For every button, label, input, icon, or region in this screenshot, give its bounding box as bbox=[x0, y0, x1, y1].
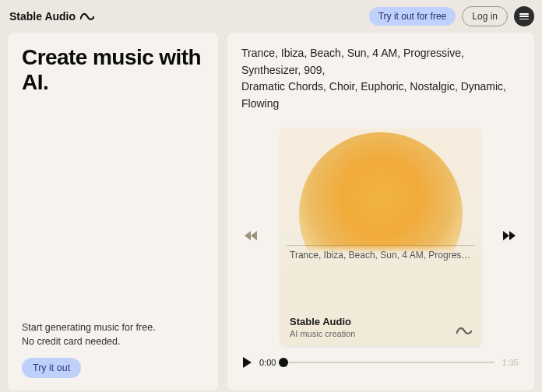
hero-sub-1: Start generating music for free. bbox=[22, 320, 204, 334]
brand[interactable]: Stable Audio bbox=[9, 10, 94, 23]
progress-handle[interactable] bbox=[279, 358, 288, 367]
hero-panel: Create music with AI. Start generating m… bbox=[8, 33, 218, 390]
album-title: Stable Audio bbox=[290, 316, 355, 327]
prompt-tags: Trance, Ibiza, Beach, Sun, 4 AM, Progres… bbox=[241, 45, 520, 113]
play-button[interactable] bbox=[243, 357, 252, 368]
wave-icon bbox=[80, 12, 94, 21]
rewind-icon bbox=[245, 229, 259, 244]
try-it-out-button[interactable]: Try it out bbox=[22, 358, 81, 378]
menu-button[interactable] bbox=[514, 6, 534, 26]
headline: Create music with AI. bbox=[22, 45, 204, 95]
wave-icon bbox=[456, 324, 472, 338]
horizon-line bbox=[287, 245, 475, 247]
fast-forward-icon bbox=[503, 229, 517, 244]
play-icon bbox=[243, 357, 252, 368]
try-free-button[interactable]: Try it out for free bbox=[369, 7, 456, 26]
player-panel: Trance, Ibiza, Beach, Sun, 4 AM, Progres… bbox=[227, 33, 534, 390]
hero-sub-2: No credit card needed. bbox=[22, 334, 204, 348]
hamburger-icon bbox=[519, 13, 529, 19]
time-current: 0:00 bbox=[259, 358, 276, 367]
album-caption: Trance, Ibiza, Beach, Sun, 4 AM, Progres… bbox=[290, 250, 472, 261]
brand-name: Stable Audio bbox=[9, 10, 76, 23]
progress-bar[interactable] bbox=[283, 362, 494, 363]
previous-track-button[interactable] bbox=[241, 226, 262, 248]
album-art[interactable]: Trance, Ibiza, Beach, Sun, 4 AM, Progres… bbox=[280, 128, 481, 346]
login-button[interactable]: Log in bbox=[462, 6, 508, 26]
album-subtitle: AI music creation bbox=[290, 329, 355, 338]
next-track-button[interactable] bbox=[500, 226, 520, 248]
time-total: 1:35 bbox=[502, 358, 519, 367]
